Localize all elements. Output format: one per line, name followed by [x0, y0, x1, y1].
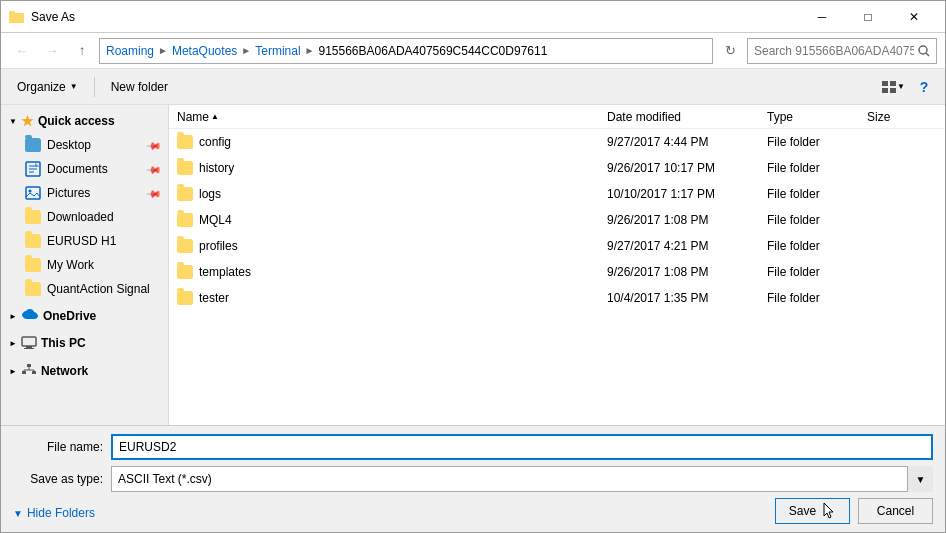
sidebar-item-desktop[interactable]: Desktop 📌	[1, 133, 168, 157]
button-row: ▼ Hide Folders Save Cancel	[13, 498, 933, 524]
sidebar-item-network[interactable]: ► Network	[1, 359, 168, 383]
sidebar-item-downloaded[interactable]: Downloaded	[1, 205, 168, 229]
downloaded-folder-icon	[25, 210, 41, 224]
forward-button[interactable]: →	[39, 38, 65, 64]
toolbar: Organize ▼ New folder ▼ ?	[1, 69, 945, 105]
svg-point-2	[919, 46, 927, 54]
col-name-header[interactable]: Name ▲	[177, 110, 607, 124]
thispc-label: This PC	[41, 336, 86, 350]
row-date: 9/26/2017 1:08 PM	[607, 213, 767, 227]
row-type: File folder	[767, 239, 867, 253]
minimize-button[interactable]: ─	[799, 1, 845, 33]
row-folder-icon	[177, 265, 193, 279]
svg-rect-1	[9, 11, 15, 14]
sidebar-item-pictures[interactable]: Pictures 📌	[1, 181, 168, 205]
content-header: Name ▲ Date modified Type Size	[169, 105, 945, 129]
eurusd-folder-icon	[25, 234, 41, 248]
search-input[interactable]	[754, 44, 914, 58]
breadcrumb-metaquotes[interactable]: MetaQuotes	[172, 44, 237, 58]
table-row[interactable]: MQL4 9/26/2017 1:08 PM File folder	[169, 207, 945, 233]
col-date-header[interactable]: Date modified	[607, 110, 767, 124]
organize-button[interactable]: Organize ▼	[9, 74, 86, 100]
work-label: My Work	[47, 258, 94, 272]
network-label: Network	[41, 364, 88, 378]
svg-rect-16	[24, 348, 34, 349]
row-name: tester	[199, 291, 229, 305]
cancel-button[interactable]: Cancel	[858, 498, 933, 524]
saveas-select[interactable]: ASCII Text (*.csv)	[111, 466, 933, 492]
onedrive-label: OneDrive	[43, 309, 96, 323]
row-name: logs	[199, 187, 221, 201]
toolbar-right: ▼ ?	[879, 74, 937, 100]
desktop-folder-icon	[25, 138, 41, 152]
bottom-bar: File name: Save as type: ASCII Text (*.c…	[1, 425, 945, 532]
dialog-icon	[9, 9, 25, 25]
new-folder-button[interactable]: New folder	[103, 74, 176, 100]
table-row[interactable]: templates 9/26/2017 1:08 PM File folder	[169, 259, 945, 285]
pictures-icon	[25, 185, 41, 201]
close-button[interactable]: ✕	[891, 1, 937, 33]
sidebar-item-work[interactable]: My Work	[1, 253, 168, 277]
hide-folders-bar[interactable]: ▼ Hide Folders	[13, 502, 95, 520]
toolbar-separator	[94, 77, 95, 97]
sidebar-item-thispc[interactable]: ► This PC	[1, 331, 168, 355]
quick-access-section: ▼ ★ Quick access Desktop 📌	[1, 109, 168, 301]
main-area: ▼ ★ Quick access Desktop 📌	[1, 105, 945, 425]
search-bar[interactable]	[747, 38, 937, 64]
svg-rect-7	[890, 88, 896, 93]
breadcrumb-bar[interactable]: Roaming ► MetaQuotes ► Terminal ► 915566…	[99, 38, 713, 64]
eurusd-label: EURUSD H1	[47, 234, 116, 248]
table-row[interactable]: logs 10/10/2017 1:17 PM File folder	[169, 181, 945, 207]
onedrive-arrow: ►	[9, 312, 17, 321]
filename-input[interactable]	[111, 434, 933, 460]
sidebar-item-documents[interactable]: Documents 📌	[1, 157, 168, 181]
help-button[interactable]: ?	[911, 74, 937, 100]
row-name: MQL4	[199, 213, 232, 227]
table-row[interactable]: history 9/26/2017 10:17 PM File folder	[169, 155, 945, 181]
hide-folders-label: Hide Folders	[27, 506, 95, 520]
desktop-pin-icon: 📌	[146, 137, 162, 153]
network-arrow: ►	[9, 367, 17, 376]
view-options-button[interactable]: ▼	[879, 74, 907, 100]
row-type: File folder	[767, 213, 867, 227]
col-type-header[interactable]: Type	[767, 110, 867, 124]
filename-row: File name:	[13, 434, 933, 460]
table-row[interactable]: profiles 9/27/2017 4:21 PM File folder	[169, 233, 945, 259]
save-as-dialog: Save As ─ □ ✕ ← → ↑ Roaming ► MetaQuotes…	[0, 0, 946, 533]
quant-folder-icon	[25, 282, 41, 296]
table-row[interactable]: config 9/27/2017 4:44 PM File folder	[169, 129, 945, 155]
save-button-wrapper: Save	[775, 498, 850, 524]
up-button[interactable]: ↑	[69, 38, 95, 64]
svg-rect-18	[22, 371, 26, 374]
svg-rect-0	[9, 13, 24, 23]
table-row[interactable]: tester 10/4/2017 1:35 PM File folder	[169, 285, 945, 311]
thispc-icon	[21, 335, 37, 351]
sidebar: ▼ ★ Quick access Desktop 📌	[1, 105, 169, 425]
save-button[interactable]: Save	[775, 498, 850, 524]
saveas-row: Save as type: ASCII Text (*.csv) ▼	[13, 466, 933, 492]
saveas-label: Save as type:	[13, 472, 103, 486]
breadcrumb-roaming[interactable]: Roaming	[106, 44, 154, 58]
svg-rect-17	[27, 364, 31, 367]
svg-rect-5	[890, 81, 896, 86]
sidebar-item-quant[interactable]: QuantAction Signal	[1, 277, 168, 301]
svg-marker-24	[824, 503, 833, 518]
sidebar-item-onedrive[interactable]: ► OneDrive	[1, 305, 168, 327]
breadcrumb-current: 915566BA06ADA407569C544CC0D97611	[318, 44, 547, 58]
documents-label: Documents	[47, 162, 108, 176]
col-size-header[interactable]: Size	[867, 110, 937, 124]
sidebar-header-quickaccess[interactable]: ▼ ★ Quick access	[1, 109, 168, 133]
row-folder-icon	[177, 187, 193, 201]
view-icon	[881, 79, 897, 95]
refresh-button[interactable]: ↻	[717, 38, 743, 64]
network-section: ► Network	[1, 359, 168, 383]
sidebar-item-eurusd[interactable]: EURUSD H1	[1, 229, 168, 253]
work-folder-icon	[25, 258, 41, 272]
row-date: 9/27/2017 4:21 PM	[607, 239, 767, 253]
breadcrumb-terminal[interactable]: Terminal	[255, 44, 300, 58]
svg-rect-19	[32, 371, 36, 374]
back-button[interactable]: ←	[9, 38, 35, 64]
maximize-button[interactable]: □	[845, 1, 891, 33]
sep3: ►	[305, 45, 315, 56]
documents-icon	[25, 161, 41, 177]
